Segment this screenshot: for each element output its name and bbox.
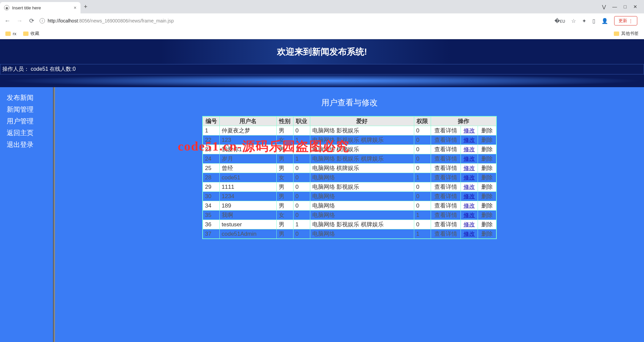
view-link[interactable]: 查看详情 [433,203,459,209]
delete-link[interactable]: 删除 [480,212,494,218]
edit-link[interactable]: 修改 [463,184,476,190]
profile-icon[interactable]: 👤 [601,18,608,24]
delete-link[interactable]: 删除 [480,231,494,237]
delete-link[interactable]: 删除 [480,184,494,190]
edit-link[interactable]: 修改 [463,165,476,171]
sidebar-item[interactable]: 用户管理 [7,115,53,127]
delete-link[interactable]: 删除 [480,156,494,162]
edit-link[interactable]: 修改 [463,127,476,134]
table-row: 35我啊女0电脑网络1查看详情修改删除 [203,211,496,220]
folder-icon [23,32,29,36]
table-row: 34189男0电脑网络0查看详情修改删除 [203,201,496,211]
view-link[interactable]: 查看详情 [433,137,459,143]
cell-perm: 0 [414,154,431,164]
cell-id: 36 [203,220,219,229]
view-link[interactable]: 查看详情 [433,146,459,153]
delete-link[interactable]: 删除 [480,203,494,209]
folder-icon [5,32,11,36]
cell-hobby: 电脑网络 影视娱乐 [310,126,414,135]
new-tab-button[interactable]: + [80,3,91,10]
cell-name: 1234 [219,192,276,201]
view-link[interactable]: 查看详情 [433,231,459,237]
cell-op-view: 查看详情 [431,229,461,239]
sidebar-item[interactable]: 新闻管理 [7,104,53,115]
sidebar-item[interactable]: 返回主页 [7,127,53,139]
delete-link[interactable]: 删除 [480,137,494,143]
delete-link[interactable]: 删除 [480,221,494,228]
bookmark-fav[interactable]: 收藏 [23,31,39,37]
cell-op-view: 查看详情 [431,173,461,182]
cell-op-view: 查看详情 [431,192,461,201]
url-port: :8056 [78,18,90,23]
minimize-icon[interactable]: — [612,4,617,9]
cell-job: 0 [293,211,310,220]
cell-perm: 1 [414,173,431,182]
edit-link[interactable]: 修改 [463,193,476,199]
cell-job: 0 [293,173,310,182]
sidebar-item[interactable]: 发布新闻 [7,92,53,104]
view-link[interactable]: 查看详情 [433,193,459,199]
view-link[interactable]: 查看详情 [433,156,459,162]
delete-link[interactable]: 删除 [480,165,494,171]
chevron-down-icon[interactable]: ⋁ [602,4,606,9]
cell-op-del: 删除 [478,211,496,220]
cell-op-del: 删除 [478,173,496,182]
cell-job: 1 [293,145,310,154]
forward-icon[interactable]: → [15,17,23,24]
cell-op-view: 查看详情 [431,220,461,229]
edit-link[interactable]: 修改 [463,212,476,218]
table-row: 291111男0电脑网络 影视娱乐0查看详情修改删除 [203,182,496,192]
extensions-icon[interactable]: ✦ [582,18,586,24]
cell-job: 0 [293,126,310,135]
table-row: 23我爱你1男1电脑网络 棋牌娱乐0查看详情修改删除 [203,145,496,154]
edit-link[interactable]: 修改 [463,137,476,143]
cell-id: 23 [203,145,219,154]
bookmark-rx[interactable]: rx [5,31,16,36]
reload-icon[interactable]: ⟳ [28,17,36,24]
star-icon[interactable]: ☆ [571,18,576,24]
back-icon[interactable]: ← [3,17,11,24]
cell-id: 25 [203,164,219,173]
view-link[interactable]: 查看详情 [433,174,459,181]
view-link[interactable]: 查看详情 [433,165,459,171]
cell-op-del: 删除 [478,229,496,239]
th-job: 职业 [293,116,310,126]
edit-link[interactable]: 修改 [463,221,476,228]
cell-op-view: 查看详情 [431,126,461,135]
browser-tab[interactable]: ◉ Insert title here × [0,2,80,13]
bookmark-label: 收藏 [31,31,39,37]
edit-link[interactable]: 修改 [463,174,476,181]
view-link[interactable]: 查看详情 [433,184,459,190]
edit-link[interactable]: 修改 [463,146,476,153]
sidebar-item[interactable]: 退出登录 [7,139,53,151]
edit-link[interactable]: 修改 [463,231,476,237]
delete-link[interactable]: 删除 [480,174,494,181]
close-window-icon[interactable]: ✕ [633,4,637,9]
cell-op-edit: 修改 [461,192,478,201]
bookmark-other[interactable]: 其他书签 [614,31,639,37]
view-link[interactable]: 查看详情 [433,221,459,228]
delete-link[interactable]: 删除 [480,127,494,134]
delete-link[interactable]: 删除 [480,193,494,199]
delete-link[interactable]: 删除 [480,146,494,153]
share-icon[interactable]: �ευ [554,18,565,24]
edit-link[interactable]: 修改 [463,203,476,209]
cell-id: 28 [203,173,219,182]
table-row: 22123女1电脑网络 影视娱乐 棋牌娱乐0查看详情修改删除 [203,135,496,145]
close-icon[interactable]: × [74,5,76,10]
side-panel-icon[interactable]: ▯ [592,18,595,24]
maximize-icon[interactable]: □ [624,4,627,9]
edit-link[interactable]: 修改 [463,156,476,162]
view-link[interactable]: 查看详情 [433,212,459,218]
cell-op-del: 删除 [478,126,496,135]
cell-op-del: 删除 [478,220,496,229]
cell-op-del: 删除 [478,164,496,173]
cell-hobby: 电脑网络 影视娱乐 棋牌娱乐 [310,154,414,164]
kebab-icon: ⋮ [629,18,633,23]
main-panel: 用户查看与修改 编号 用户名 性别 职业 爱好 权限 操作 1仲夏夜之梦男0电脑… [55,87,644,342]
banner-title: 欢迎来到新闻发布系统! [277,46,367,58]
url-input[interactable]: i http://localhost:8056/news_169000806/n… [40,18,550,23]
update-button[interactable]: 更新⋮ [614,16,637,25]
status-line: 操作人员： code51 在线人数:0 [0,64,644,74]
view-link[interactable]: 查看详情 [433,127,459,134]
